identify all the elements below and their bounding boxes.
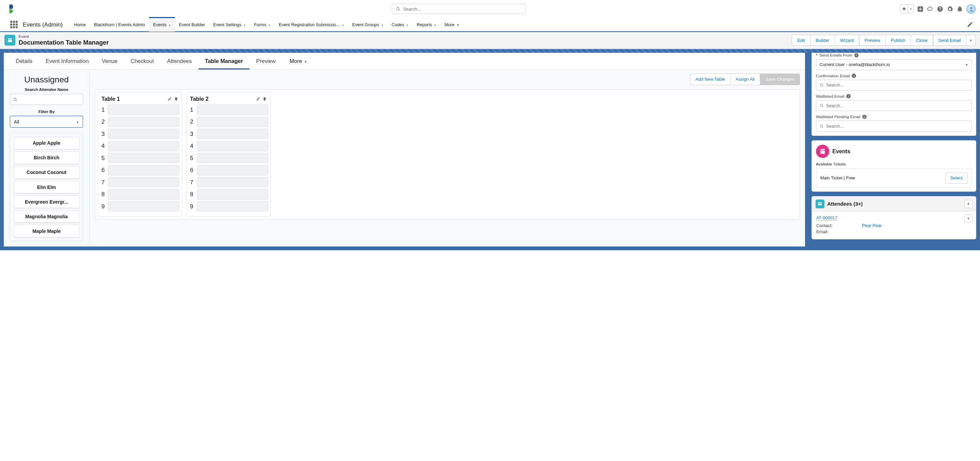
gear-icon[interactable] [947, 6, 953, 12]
tab-table-manager[interactable]: Table Manager [199, 53, 250, 69]
confirmation-email-lookup[interactable]: Search... [816, 80, 972, 91]
chevron-down-icon [342, 22, 344, 27]
nav-home[interactable]: Home [70, 18, 90, 32]
nav-event-groups[interactable]: Event Groups [348, 18, 387, 32]
wizard-button[interactable]: Wizard [835, 35, 859, 46]
add-icon[interactable] [917, 6, 923, 12]
nav-forms[interactable]: Forms [250, 18, 275, 32]
tabs-more-dropdown[interactable]: More [290, 58, 307, 64]
info-icon[interactable]: i [862, 115, 867, 119]
nav-reports[interactable]: Reports [412, 18, 441, 32]
search-icon [820, 104, 824, 108]
astro-icon [968, 6, 974, 12]
attendee-card[interactable]: Birch Birch [14, 152, 80, 164]
table-name: Table 2 [190, 96, 208, 102]
seat-slot[interactable] [108, 105, 180, 115]
nav-event-builder[interactable]: Event Builder [175, 18, 209, 32]
attendees-panel-menu[interactable] [964, 200, 972, 208]
edit-nav-pencil-icon[interactable] [967, 21, 973, 27]
tab-checkout[interactable]: Checkout [124, 53, 160, 69]
seat-number: 2 [189, 118, 194, 125]
waitlisted-pending-email-lookup[interactable]: Search... [816, 121, 972, 131]
filter-by-select[interactable]: All [10, 116, 83, 128]
nav-event-settings[interactable]: Event Settings [209, 18, 250, 32]
decorative-pattern [4, 49, 977, 53]
seat-slot[interactable] [197, 165, 268, 175]
global-search-input[interactable]: Search... [392, 4, 526, 14]
seat-slot[interactable] [197, 177, 268, 187]
app-launcher-icon[interactable] [10, 21, 18, 28]
seat-slot[interactable] [108, 165, 180, 175]
favorites-split-button[interactable] [900, 5, 914, 13]
seat-number: 4 [189, 142, 194, 150]
user-avatar[interactable] [966, 5, 975, 14]
seat-slot[interactable] [197, 189, 268, 199]
edit-button[interactable]: Edit [792, 35, 810, 46]
seat-slot[interactable] [197, 201, 268, 211]
seat-slot[interactable] [197, 105, 268, 115]
preview-button[interactable]: Preview [859, 35, 886, 46]
more-actions-dropdown[interactable] [966, 35, 975, 46]
waitlisted-email-label: Waitlisted Email [816, 94, 845, 99]
info-icon[interactable]: i [852, 73, 856, 78]
nav-more[interactable]: More [441, 18, 464, 32]
attendee-card[interactable]: Magnolia Magnolia [14, 210, 80, 223]
tab-details[interactable]: Details [9, 53, 39, 69]
attendee-record-link[interactable]: AT-000017 [816, 215, 837, 221]
nav-blackthorn-admin[interactable]: Blackthorn | Events Admin [90, 18, 149, 32]
attendee-card[interactable]: Coconut Coconut [14, 166, 80, 179]
send-email-button[interactable]: Send Email [933, 35, 966, 46]
attendee-card[interactable]: Evergreen Evergr... [14, 195, 80, 208]
clone-button[interactable]: Clone [910, 35, 933, 46]
tab-attendees[interactable]: Attendees [160, 53, 198, 69]
tab-preview[interactable]: Preview [250, 53, 282, 69]
attendee-card[interactable]: Maple Maple [14, 225, 80, 238]
salesforce-cloud-icon[interactable] [927, 6, 933, 12]
seat-slot[interactable] [197, 117, 268, 127]
publish-button[interactable]: Publish [885, 35, 910, 46]
page-title: Documentation Table Manager [19, 39, 109, 46]
nav-codes[interactable]: Codes [387, 18, 412, 32]
seat-slot[interactable] [108, 141, 180, 151]
search-attendee-label: Search Attendee Name [24, 87, 68, 92]
delete-table-icon[interactable] [262, 97, 267, 101]
attendee-search-input[interactable] [10, 94, 83, 105]
info-icon[interactable]: i [854, 53, 859, 57]
seat-slot[interactable] [197, 129, 268, 139]
help-icon[interactable] [937, 6, 943, 12]
seat-slot[interactable] [108, 117, 180, 127]
attendee-card[interactable]: Elm Elm [14, 181, 80, 194]
seat-slot[interactable] [108, 177, 180, 187]
seat-slot[interactable] [108, 201, 180, 211]
assign-all-button[interactable]: Assign All [730, 73, 760, 85]
edit-table-icon[interactable] [167, 97, 172, 101]
attendee-card[interactable]: Apple Apple [14, 137, 80, 150]
chevron-down-icon [169, 22, 171, 27]
seat-slot[interactable] [108, 189, 180, 199]
nav-events[interactable]: Events [149, 18, 175, 32]
notification-bell-icon[interactable] [956, 6, 963, 12]
seat-slot[interactable] [108, 129, 180, 139]
tab-event-information[interactable]: Event Information [39, 53, 95, 69]
tab-venue[interactable]: Venue [95, 53, 124, 69]
select-ticket-button[interactable]: Select [945, 172, 968, 183]
seat-slot[interactable] [197, 153, 268, 163]
chevron-down-icon [456, 22, 460, 27]
seat-slot[interactable] [197, 141, 268, 151]
waitlisted-email-lookup[interactable]: Search... [816, 100, 972, 111]
nav-registration-submissions[interactable]: Event Registration Submissio... [275, 18, 348, 32]
chevron-down-icon [967, 217, 970, 220]
contact-label: Contact: [816, 223, 862, 228]
seat-number: 7 [100, 179, 106, 186]
delete-table-icon[interactable] [174, 97, 178, 101]
attendees-icon [816, 199, 824, 208]
info-icon[interactable]: i [846, 94, 851, 98]
attendee-record-menu[interactable] [964, 214, 972, 223]
send-emails-from-select[interactable]: Current User - sneha@blackthorn.io [816, 59, 972, 70]
add-new-table-button[interactable]: Add New Table [690, 73, 730, 85]
contact-value[interactable]: Pear Pear [862, 223, 881, 228]
search-icon [820, 83, 824, 87]
seat-slot[interactable] [108, 153, 180, 163]
edit-table-icon[interactable] [256, 97, 260, 101]
builder-button[interactable]: Builder [810, 35, 835, 46]
